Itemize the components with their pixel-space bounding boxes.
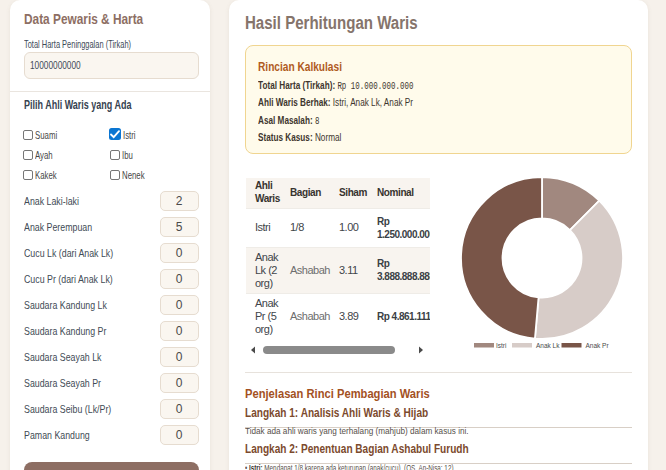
svg-text:Anak Lk: Anak Lk — [536, 342, 560, 349]
svg-text:Istri: Istri — [496, 342, 506, 349]
svg-text:Anak Pr: Anak Pr — [586, 342, 610, 349]
